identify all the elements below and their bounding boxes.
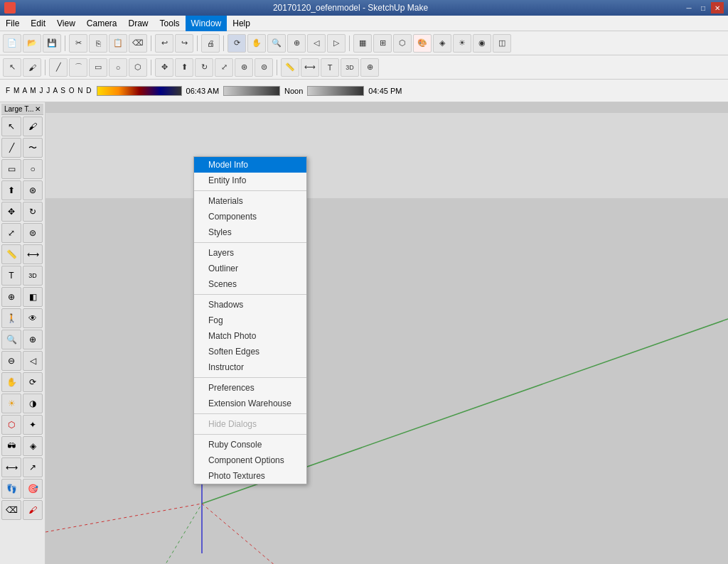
- poly-tool[interactable]: ⬡: [129, 58, 147, 77]
- section-btn1[interactable]: ▦: [353, 34, 372, 53]
- circle-tool-left[interactable]: ○: [23, 159, 43, 179]
- prev-tool-left[interactable]: ◁: [23, 351, 43, 371]
- menu-components[interactable]: Components: [194, 209, 306, 224]
- axes-tool[interactable]: ⊕: [360, 58, 379, 77]
- text-tool-left[interactable]: T: [1, 266, 21, 286]
- axes-tool-left[interactable]: ⊕: [1, 287, 21, 307]
- crosssec-tool-left[interactable]: ✦: [23, 415, 43, 435]
- sun-tool-left[interactable]: ☀: [1, 394, 21, 413]
- rotate-tool-left[interactable]: ↻: [23, 202, 43, 222]
- maximize-button[interactable]: □: [697, 2, 710, 13]
- section-tool-left[interactable]: ◧: [23, 287, 43, 307]
- save-button[interactable]: 💾: [43, 34, 61, 53]
- redo-button[interactable]: ↪: [175, 34, 193, 53]
- orbit-button[interactable]: ⟳: [228, 34, 246, 53]
- scale-tool[interactable]: ⤢: [215, 58, 233, 77]
- select-tool-left[interactable]: ↖: [1, 116, 21, 136]
- text-tool[interactable]: T: [321, 58, 339, 77]
- walk2-tool-left[interactable]: 👣: [1, 479, 21, 499]
- line-tool[interactable]: ╱: [49, 58, 68, 77]
- zoom-button[interactable]: 🔍: [267, 34, 286, 53]
- menu-scenes[interactable]: Scenes: [194, 276, 306, 292]
- 3dtext-tool[interactable]: 3D: [341, 58, 359, 77]
- paint-tool[interactable]: 🖌: [23, 58, 41, 77]
- offset-tool[interactable]: ⊜: [255, 58, 273, 77]
- erase-button[interactable]: ⌫: [129, 34, 147, 53]
- menu-component-options[interactable]: Component Options: [194, 452, 306, 468]
- 3dtext-tool-left[interactable]: 3D: [23, 266, 43, 286]
- tape-tool[interactable]: 📏: [281, 58, 299, 77]
- arc-tool[interactable]: ⌒: [69, 58, 87, 77]
- edge-btn[interactable]: ◫: [493, 34, 511, 53]
- undo-button[interactable]: ↩: [155, 34, 173, 53]
- minimize-button[interactable]: ─: [682, 2, 695, 13]
- select-tool[interactable]: ↖: [3, 58, 21, 77]
- pushpull-tool[interactable]: ⬆: [175, 58, 193, 77]
- section-btn2[interactable]: ⊞: [373, 34, 392, 53]
- time-slider2[interactable]: [307, 86, 364, 96]
- menu-help[interactable]: Help: [227, 16, 256, 31]
- pushpull-tool-left[interactable]: ⬆: [1, 180, 21, 200]
- smooth-tool-left[interactable]: ◈: [23, 436, 43, 456]
- paste-button[interactable]: 📋: [109, 34, 127, 53]
- fog-btn[interactable]: ◉: [473, 34, 491, 53]
- canvas-area[interactable]: Model Info Entity Info Materials Compone…: [46, 102, 728, 564]
- rect-tool[interactable]: ▭: [89, 58, 107, 77]
- menu-photo-textures[interactable]: Photo Textures: [194, 468, 306, 484]
- menu-camera[interactable]: Camera: [81, 16, 123, 31]
- follow-tool[interactable]: ⊛: [235, 58, 253, 77]
- follow-tool-left[interactable]: ⊛: [23, 180, 43, 200]
- print-button[interactable]: 🖨: [201, 34, 220, 53]
- zoom-tool-left[interactable]: 🔍: [1, 330, 21, 349]
- offset-tool-left[interactable]: ⊜: [23, 223, 43, 243]
- zoom-ext-button[interactable]: ⊕: [287, 34, 306, 53]
- circle-tool[interactable]: ○: [109, 58, 127, 77]
- menu-model-info[interactable]: Model Info: [194, 157, 306, 173]
- pan-button[interactable]: ✋: [247, 34, 266, 53]
- hide-tool-left[interactable]: 🕶: [1, 436, 21, 456]
- menu-soften-edges[interactable]: Soften Edges: [194, 344, 306, 359]
- cut-button[interactable]: ✂: [69, 34, 87, 53]
- panel-header[interactable]: Large T... ✕: [1, 104, 43, 115]
- tape-tool-left[interactable]: 📏: [1, 244, 21, 264]
- menu-file[interactable]: File: [0, 16, 25, 31]
- shadow-btn[interactable]: ☀: [453, 34, 471, 53]
- freehand-tool-left[interactable]: 〜: [23, 138, 43, 158]
- menu-draw[interactable]: Draw: [123, 16, 154, 31]
- menu-instructor[interactable]: Instructor: [194, 359, 306, 375]
- menu-tools[interactable]: Tools: [154, 16, 186, 31]
- prev-view-button[interactable]: ◁: [307, 34, 326, 53]
- menu-materials[interactable]: Materials: [194, 193, 306, 209]
- menu-ruby-console[interactable]: Ruby Console: [194, 437, 306, 452]
- menu-outliner[interactable]: Outliner: [194, 261, 306, 276]
- dim2-tool-left[interactable]: ⟷: [1, 457, 21, 477]
- menu-match-photo[interactable]: Match Photo: [194, 328, 306, 344]
- dim-tool-left[interactable]: ⟷: [23, 244, 43, 264]
- rotate-tool[interactable]: ↻: [195, 58, 213, 77]
- eraser-tool-left[interactable]: ⌫: [1, 500, 21, 520]
- lookat-tool-left[interactable]: 👁: [23, 308, 43, 328]
- redsec-tool-left[interactable]: ⬡: [1, 415, 21, 435]
- menu-edit[interactable]: Edit: [25, 16, 51, 31]
- arrow-tool-left[interactable]: ↗: [23, 457, 43, 477]
- menu-window[interactable]: Window: [186, 16, 228, 31]
- move-tool[interactable]: ✥: [155, 58, 173, 77]
- menu-preferences[interactable]: Preferences: [194, 380, 306, 396]
- panel-close-icon[interactable]: ✕: [35, 105, 41, 113]
- menu-view[interactable]: View: [51, 16, 81, 31]
- close-button[interactable]: ✕: [711, 2, 724, 13]
- next-view-button[interactable]: ▷: [327, 34, 346, 53]
- menu-shadows[interactable]: Shadows: [194, 297, 306, 313]
- menu-styles[interactable]: Styles: [194, 224, 306, 240]
- menu-extension-warehouse[interactable]: Extension Warehouse: [194, 396, 306, 411]
- menu-entity-info[interactable]: Entity Info: [194, 173, 306, 188]
- copy-button[interactable]: ⎘: [89, 34, 107, 53]
- component-btn[interactable]: ⬡: [393, 34, 412, 53]
- scale-tool-left[interactable]: ⤢: [1, 223, 21, 243]
- paint-tool-left[interactable]: 🖌: [23, 116, 43, 136]
- menu-layers[interactable]: Layers: [194, 245, 306, 261]
- move-tool-left[interactable]: ✥: [1, 202, 21, 222]
- pan-tool-left[interactable]: ✋: [1, 372, 21, 392]
- style-btn[interactable]: ◈: [433, 34, 451, 53]
- menu-fog[interactable]: Fog: [194, 313, 306, 328]
